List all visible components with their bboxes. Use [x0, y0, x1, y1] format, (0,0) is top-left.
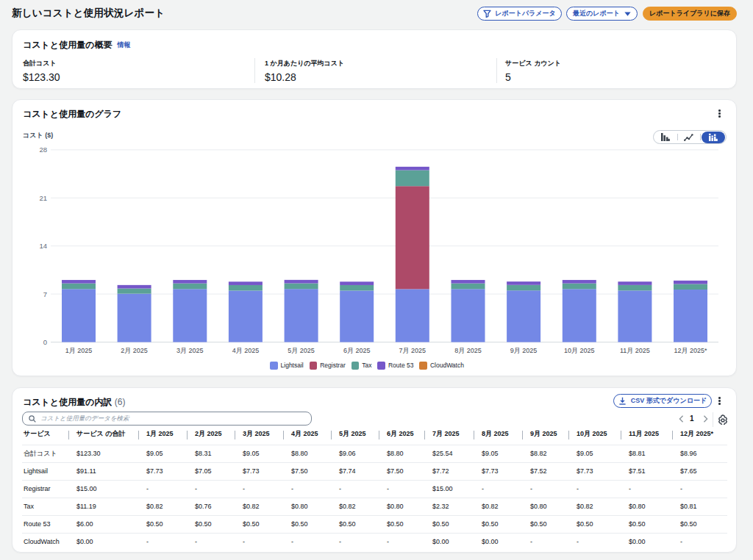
svg-text:7: 7 [43, 290, 47, 298]
svg-text:10月 2025: 10月 2025 [564, 347, 595, 354]
svg-text:14: 14 [39, 242, 47, 250]
svg-text:6月 2025: 6月 2025 [343, 347, 371, 354]
svg-text:8月 2025: 8月 2025 [454, 347, 482, 354]
svg-text:2月 2025: 2月 2025 [121, 347, 148, 354]
svg-text:9月 2025: 9月 2025 [510, 347, 538, 354]
svg-text:7月 2025: 7月 2025 [399, 347, 427, 354]
svg-text:1月 2025: 1月 2025 [65, 347, 93, 354]
svg-text:11月 2025: 11月 2025 [620, 347, 650, 354]
svg-text:21: 21 [39, 194, 47, 202]
svg-text:28: 28 [39, 146, 47, 154]
svg-text:5月 2025: 5月 2025 [288, 347, 315, 354]
svg-text:12月 2025*: 12月 2025* [674, 347, 707, 354]
svg-text:4月 2025: 4月 2025 [232, 347, 260, 354]
svg-text:3月 2025: 3月 2025 [176, 347, 204, 354]
svg-text:0: 0 [43, 338, 47, 346]
